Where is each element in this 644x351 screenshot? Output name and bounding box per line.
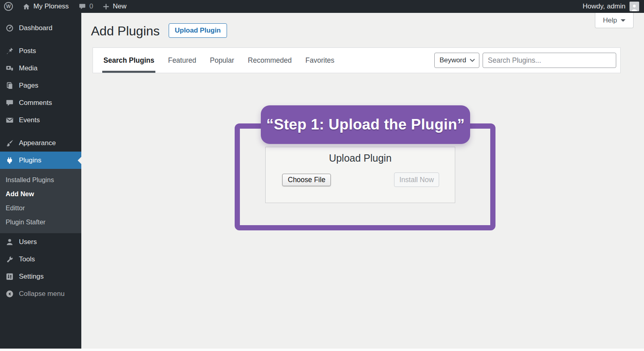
envelope-icon [5, 116, 14, 124]
keyword-select-value: Beyword [440, 56, 466, 64]
submenu-item-editor[interactable]: Edittor [0, 201, 81, 215]
help-button[interactable]: Help [595, 13, 634, 28]
sidebar-item-label: Collapse menu [19, 290, 64, 298]
keyword-select[interactable]: Beyword [434, 53, 479, 68]
menu-separator [0, 37, 81, 42]
sidebar-item-label: Settings [19, 273, 43, 281]
tabs-right-controls: Beyword [434, 48, 620, 73]
bottom-strip [0, 349, 644, 351]
submenu-item-add-new[interactable]: Add New [0, 187, 81, 201]
comments-count: 0 [89, 2, 93, 10]
wrench-icon [5, 255, 14, 263]
howdy-text[interactable]: Howdy, admin [583, 2, 625, 10]
sidebar-item-posts[interactable]: Posts [0, 42, 81, 60]
person-icon [630, 3, 638, 11]
brush-icon [5, 139, 14, 147]
comment-bubble-icon [78, 3, 86, 10]
sidebar-item-label: Tools [19, 255, 35, 263]
collapse-arrow-icon [5, 289, 14, 298]
sidebar-item-collapse-menu[interactable]: Collapse menu [0, 285, 81, 302]
pages-icon [5, 81, 14, 90]
sidebar-item-label: Appearance [19, 139, 56, 147]
plugins-submenu: Installed Plugins Add New Edittor Plugin… [0, 169, 81, 233]
sidebar-item-label: Comments [19, 99, 52, 107]
submenu-item-installed-plugins[interactable]: Installed Plugins [0, 173, 81, 187]
search-plugins-input[interactable] [483, 53, 616, 68]
upload-plugin-button[interactable]: Upload Plugin [169, 23, 227, 38]
wordpress-logo-icon[interactable]: W [4, 2, 13, 11]
sidebar-item-dashboard[interactable]: Dashboard [0, 19, 81, 37]
step-callout-text: “Step 1: Upload the Plugin” [266, 116, 464, 133]
sidebar-item-comments[interactable]: Comments [0, 94, 81, 111]
sidebar-item-tools[interactable]: Tools [0, 250, 81, 268]
sidebar-item-label: Posts [19, 47, 36, 55]
dashboard-icon [5, 24, 14, 32]
sidebar-item-label: Users [19, 238, 37, 246]
new-label: New [113, 2, 126, 10]
admin-bar-left: W My Ploness 0 New [4, 2, 126, 11]
tab-popular[interactable]: Popular [210, 48, 234, 73]
site-name: My Ploness [33, 2, 69, 10]
sidebar-item-label: Events [19, 116, 40, 124]
sidebar-item-pages[interactable]: Pages [0, 77, 81, 94]
sliders-icon [5, 272, 14, 281]
sidebar-item-users[interactable]: Users [0, 233, 81, 250]
tab-recommended[interactable]: Recommeded [248, 48, 292, 73]
tab-favorites[interactable]: Favorites [305, 48, 334, 73]
plugin-tabs-bar: Search Plugins Featured Popular Recommed… [93, 47, 621, 73]
chevron-down-icon [470, 59, 475, 62]
tab-featured[interactable]: Featured [168, 48, 196, 73]
comment-icon [5, 99, 14, 107]
page-title: Add Plugins [91, 24, 160, 39]
wordpress-logo-letter: W [4, 2, 13, 11]
tab-search-plugins[interactable]: Search Plugins [103, 48, 154, 73]
sidebar-item-settings[interactable]: Settings [0, 268, 81, 285]
admin-bar-new[interactable]: New [103, 2, 126, 10]
help-label: Help [603, 16, 617, 25]
sidebar: Dashboard Posts Media Pages Comments Eve… [0, 13, 81, 351]
step-callout: “Step 1: Upload the Plugin” [261, 105, 470, 144]
pin-icon [5, 47, 14, 55]
sidebar-item-label: Pages [19, 82, 38, 90]
sidebar-item-label: Dashboard [19, 24, 52, 32]
sidebar-item-label: Plugins [19, 156, 41, 164]
home-icon [23, 3, 30, 10]
admin-bar: W My Ploness 0 New Howdy, admin [0, 0, 644, 13]
user-icon [5, 238, 14, 246]
sidebar-item-label: Media [19, 64, 37, 72]
plus-icon [103, 3, 109, 10]
submenu-item-plugin-stafter[interactable]: Plugin Stafter [0, 215, 81, 229]
plug-icon [5, 156, 14, 164]
sidebar-item-appearance[interactable]: Appearance [0, 134, 81, 152]
sidebar-item-plugins[interactable]: Plugins [0, 152, 81, 169]
site-menu[interactable]: My Ploness [23, 2, 69, 10]
title-row: Add Plugins Upload Plugin [81, 13, 644, 39]
avatar[interactable] [630, 2, 639, 11]
admin-bar-comments[interactable]: 0 [78, 2, 93, 10]
caret-down-icon [621, 19, 625, 22]
menu-separator [0, 129, 81, 134]
sidebar-item-media[interactable]: Media [0, 60, 81, 77]
admin-bar-right: Howdy, admin [583, 2, 639, 11]
camera-icon [5, 64, 14, 72]
sidebar-item-events[interactable]: Events [0, 111, 81, 129]
